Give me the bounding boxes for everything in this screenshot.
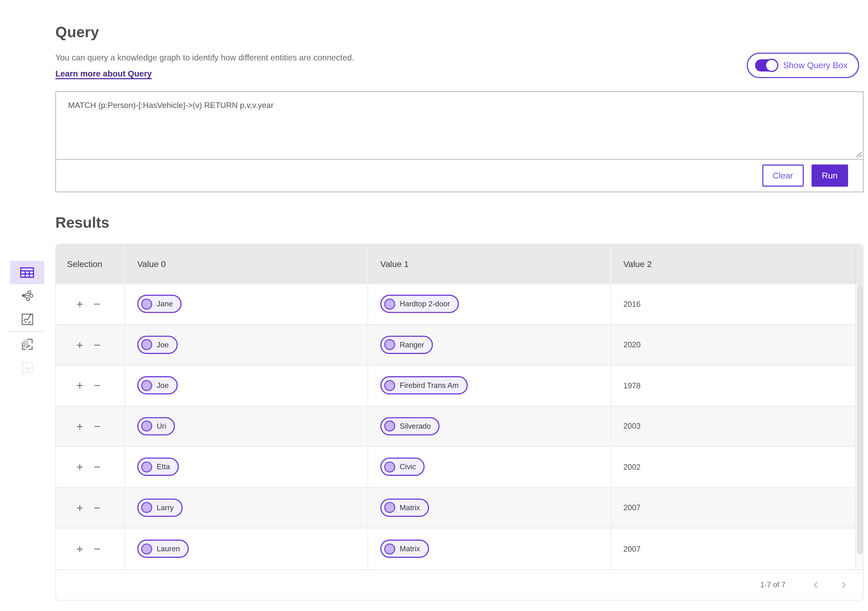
- value1-cell: Matrix: [368, 488, 611, 527]
- entity-label: Silverado: [400, 422, 431, 431]
- year-value: 2007: [611, 529, 863, 569]
- map-icon: [21, 338, 33, 350]
- table-row: + − Lauren Matrix 2007: [56, 529, 863, 569]
- results-title: Results: [55, 215, 864, 232]
- show-query-box-toggle[interactable]: Show Query Box: [747, 53, 859, 78]
- node-circle-icon: [141, 421, 152, 432]
- node-circle-icon: [384, 461, 395, 473]
- run-button[interactable]: Run: [811, 165, 848, 187]
- entity-pill[interactable]: Silverado: [380, 417, 440, 435]
- entity-label: Civic: [400, 463, 416, 471]
- selection-cell: + −: [56, 325, 125, 364]
- value0-cell: Joe: [125, 325, 368, 364]
- entity-pill[interactable]: Hardtop 2-door: [380, 295, 459, 313]
- node-circle-icon: [141, 380, 152, 391]
- sidebar-item-map-view[interactable]: [10, 333, 44, 356]
- query-description: You can query a knowledge graph to ident…: [55, 53, 864, 62]
- node-circle-icon: [141, 339, 152, 350]
- app-viewport: Query You can query a knowledge graph to…: [0, 0, 868, 611]
- chevron-left-icon: [813, 581, 819, 588]
- node-circle-icon: [141, 299, 152, 309]
- pagination-range: 1-7 of 7: [760, 580, 786, 589]
- entity-pill[interactable]: Firebird Trans Am: [380, 376, 467, 395]
- value0-cell: Uri: [125, 406, 368, 446]
- sidebar-item-selection-view: [10, 356, 44, 379]
- selection-cell: + −: [56, 284, 125, 324]
- value1-cell: Matrix: [368, 529, 611, 569]
- entity-pill[interactable]: Civic: [380, 458, 425, 476]
- add-to-selection-button[interactable]: +: [76, 339, 83, 350]
- add-to-selection-button[interactable]: +: [76, 502, 83, 513]
- remove-from-selection-button[interactable]: −: [94, 543, 101, 555]
- entity-pill[interactable]: Ranger: [380, 336, 433, 354]
- entity-pill[interactable]: Matrix: [380, 540, 429, 558]
- table-scrollbar[interactable]: [855, 284, 863, 569]
- value1-cell: Ranger: [368, 325, 611, 364]
- node-circle-icon: [384, 421, 395, 432]
- value1-cell: Hardtop 2-door: [368, 284, 611, 324]
- remove-from-selection-button[interactable]: −: [94, 461, 101, 473]
- entity-label: Ranger: [400, 340, 424, 349]
- entity-pill[interactable]: Etta: [137, 458, 179, 476]
- entity-label: Joe: [157, 381, 169, 390]
- next-page-button[interactable]: [840, 581, 847, 588]
- results-section: Selection Value 0 Value 1 Value 2 + − Ja…: [55, 244, 864, 600]
- entity-label: Etta: [157, 463, 170, 471]
- remove-from-selection-button[interactable]: −: [94, 339, 101, 350]
- query-section: Query You can query a knowledge graph to…: [55, 0, 864, 232]
- toggle-knob-icon: [765, 59, 778, 72]
- column-header-value0: Value 0: [125, 244, 368, 284]
- node-circle-icon: [141, 461, 152, 473]
- entity-pill[interactable]: Joe: [137, 336, 178, 354]
- year-value: 2016: [611, 284, 863, 324]
- selection-cell: + −: [56, 529, 125, 569]
- learn-more-link[interactable]: Learn more about Query: [55, 68, 152, 78]
- scrollbar-thumb[interactable]: [857, 284, 863, 555]
- value1-cell: Firebird Trans Am: [368, 365, 611, 405]
- add-to-selection-button[interactable]: +: [76, 420, 83, 432]
- add-to-selection-button[interactable]: +: [76, 543, 83, 555]
- table-footer: 1-7 of 7: [56, 569, 863, 600]
- query-input[interactable]: MATCH (p:Person)-[:HasVehicle]->(v) RETU…: [56, 92, 863, 159]
- entity-label: Matrix: [400, 504, 420, 512]
- sidebar-item-chart-view[interactable]: [10, 308, 44, 331]
- entity-pill[interactable]: Joe: [137, 376, 178, 395]
- entity-pill[interactable]: Jane: [137, 295, 182, 313]
- entity-label: Joe: [157, 340, 169, 349]
- table-row: + − Jane Hardtop 2-door 2016: [56, 284, 863, 325]
- table-header-row: Selection Value 0 Value 1 Value 2: [56, 244, 863, 284]
- sidebar-item-graph-view[interactable]: [10, 284, 44, 308]
- node-circle-icon: [384, 543, 395, 554]
- remove-from-selection-button[interactable]: −: [94, 420, 101, 432]
- clear-button[interactable]: Clear: [762, 165, 803, 187]
- year-value: 2002: [611, 447, 863, 487]
- chart-icon: [21, 313, 33, 325]
- entity-pill[interactable]: Lauren: [137, 540, 189, 558]
- sidebar-divider: [10, 331, 44, 332]
- results-table: Selection Value 0 Value 1 Value 2 + − Ja…: [55, 244, 864, 600]
- add-to-selection-button[interactable]: +: [76, 461, 83, 473]
- prev-page-button[interactable]: [812, 581, 820, 588]
- entity-label: Hardtop 2-door: [400, 300, 450, 308]
- sidebar-item-table-view[interactable]: [10, 261, 44, 284]
- remove-from-selection-button[interactable]: −: [94, 379, 101, 391]
- toggle-switch-icon[interactable]: [755, 59, 777, 72]
- entity-label: Lauren: [157, 545, 180, 553]
- remove-from-selection-button[interactable]: −: [94, 502, 101, 513]
- remove-from-selection-button[interactable]: −: [94, 298, 101, 310]
- year-value: 1978: [611, 365, 863, 405]
- add-to-selection-button[interactable]: +: [76, 298, 83, 310]
- value0-cell: Lauren: [125, 529, 368, 569]
- value1-cell: Silverado: [368, 406, 611, 446]
- table-row: + − Etta Civic 2002: [56, 447, 863, 488]
- selection-cell: + −: [56, 365, 125, 405]
- entity-pill[interactable]: Larry: [137, 499, 183, 517]
- add-to-selection-button[interactable]: +: [76, 379, 83, 391]
- entity-label: Uri: [157, 422, 166, 431]
- entity-pill[interactable]: Matrix: [380, 499, 429, 517]
- entity-pill[interactable]: Uri: [137, 417, 175, 435]
- year-value: 2003: [611, 406, 863, 446]
- node-circle-icon: [384, 299, 395, 309]
- node-circle-icon: [384, 502, 395, 513]
- page-title: Query: [55, 0, 864, 41]
